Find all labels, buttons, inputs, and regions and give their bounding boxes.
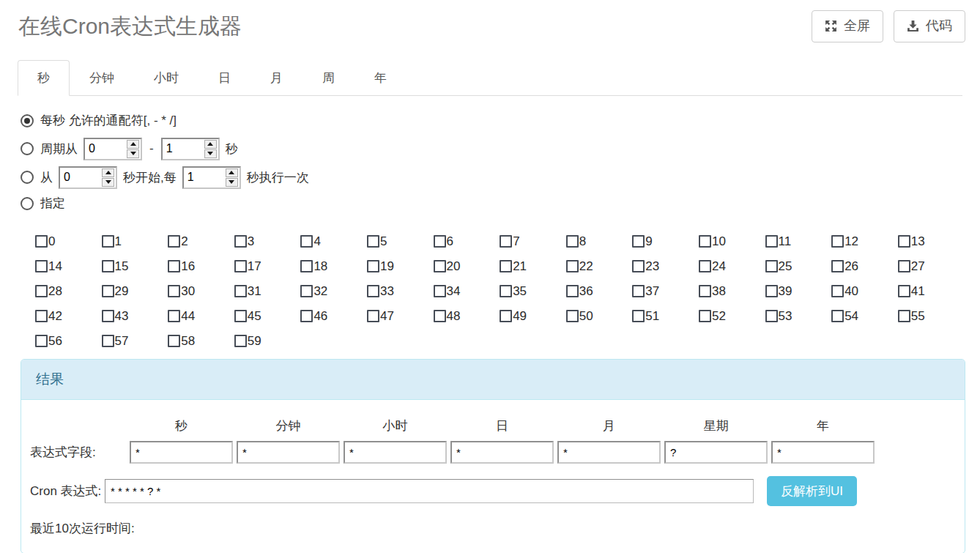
tab-月[interactable]: 月 <box>250 60 302 96</box>
second-checkbox-45[interactable] <box>234 310 247 322</box>
result-field-input-秒[interactable] <box>130 441 233 464</box>
second-checkbox-8[interactable] <box>566 235 579 248</box>
tab-日[interactable]: 日 <box>198 60 250 96</box>
cycle-from-input[interactable] <box>85 142 127 155</box>
second-checkbox-31[interactable] <box>234 285 247 297</box>
second-checkbox-10[interactable] <box>699 235 711 248</box>
second-checkbox-option-11[interactable]: 11 <box>765 234 832 249</box>
second-checkbox-7[interactable] <box>500 235 512 248</box>
result-field-input-小时[interactable] <box>344 441 447 464</box>
fullscreen-button[interactable]: 全屏 <box>812 10 883 42</box>
second-checkbox-option-13[interactable]: 13 <box>898 234 965 249</box>
second-checkbox-42[interactable] <box>35 310 48 322</box>
radio-specify[interactable] <box>21 197 34 210</box>
second-checkbox-3[interactable] <box>234 235 247 248</box>
spin-down-icon[interactable] <box>226 178 238 187</box>
second-checkbox-option-18[interactable]: 18 <box>300 259 367 274</box>
second-checkbox-6[interactable] <box>434 235 446 248</box>
parse-to-ui-button[interactable]: 反解析到UI <box>767 476 857 506</box>
second-checkbox-option-46[interactable]: 46 <box>300 309 367 324</box>
second-checkbox-35[interactable] <box>500 285 512 297</box>
second-checkbox-43[interactable] <box>102 310 114 322</box>
result-field-input-星期[interactable] <box>664 441 768 464</box>
second-checkbox-option-14[interactable]: 14 <box>35 259 102 274</box>
second-checkbox-option-48[interactable]: 48 <box>434 309 500 324</box>
second-checkbox-2[interactable] <box>168 235 180 248</box>
second-checkbox-option-4[interactable]: 4 <box>300 234 367 249</box>
second-checkbox-option-42[interactable]: 42 <box>35 309 102 324</box>
radio-cycle[interactable] <box>21 142 34 155</box>
second-checkbox-option-9[interactable]: 9 <box>632 234 699 249</box>
second-checkbox-option-43[interactable]: 43 <box>102 309 168 324</box>
result-field-input-分钟[interactable] <box>237 441 340 464</box>
second-checkbox-option-24[interactable]: 24 <box>699 259 765 274</box>
second-checkbox-46[interactable] <box>300 310 313 322</box>
second-checkbox-27[interactable] <box>898 260 910 272</box>
second-checkbox-option-29[interactable]: 29 <box>102 284 168 299</box>
second-checkbox-option-17[interactable]: 17 <box>234 259 301 274</box>
second-checkbox-option-45[interactable]: 45 <box>234 309 301 324</box>
result-field-input-月[interactable] <box>557 441 661 464</box>
second-checkbox-57[interactable] <box>102 335 114 347</box>
second-checkbox-34[interactable] <box>434 285 446 297</box>
second-checkbox-12[interactable] <box>831 235 844 248</box>
second-checkbox-option-5[interactable]: 5 <box>367 234 434 249</box>
second-checkbox-option-10[interactable]: 10 <box>699 234 765 249</box>
second-checkbox-option-58[interactable]: 58 <box>168 334 234 349</box>
second-checkbox-option-0[interactable]: 0 <box>35 234 102 249</box>
second-checkbox-4[interactable] <box>300 235 313 248</box>
second-checkbox-17[interactable] <box>234 260 247 272</box>
second-checkbox-20[interactable] <box>434 260 446 272</box>
interval-start-input[interactable] <box>60 171 102 184</box>
code-button[interactable]: 代码 <box>894 10 965 42</box>
second-checkbox-41[interactable] <box>898 285 910 297</box>
second-checkbox-28[interactable] <box>35 285 48 297</box>
second-checkbox-18[interactable] <box>300 260 313 272</box>
tab-周[interactable]: 周 <box>302 60 354 96</box>
second-checkbox-24[interactable] <box>699 260 711 272</box>
second-checkbox-11[interactable] <box>765 235 778 248</box>
second-checkbox-option-31[interactable]: 31 <box>234 284 301 299</box>
second-checkbox-option-36[interactable]: 36 <box>566 284 633 299</box>
second-checkbox-option-7[interactable]: 7 <box>500 234 566 249</box>
second-checkbox-1[interactable] <box>102 235 114 248</box>
second-checkbox-0[interactable] <box>35 235 48 248</box>
second-checkbox-25[interactable] <box>765 260 778 272</box>
second-checkbox-option-41[interactable]: 41 <box>898 284 965 299</box>
spin-down-icon[interactable] <box>127 149 139 158</box>
second-checkbox-39[interactable] <box>765 285 778 297</box>
second-checkbox-54[interactable] <box>831 310 844 322</box>
second-checkbox-59[interactable] <box>234 335 247 347</box>
second-checkbox-option-6[interactable]: 6 <box>434 234 500 249</box>
second-checkbox-option-59[interactable]: 59 <box>234 334 301 349</box>
second-checkbox-38[interactable] <box>699 285 711 297</box>
second-checkbox-option-51[interactable]: 51 <box>632 309 699 324</box>
option-specify[interactable]: 指定 <box>21 195 980 212</box>
second-checkbox-option-37[interactable]: 37 <box>632 284 699 299</box>
second-checkbox-29[interactable] <box>102 285 114 297</box>
second-checkbox-48[interactable] <box>434 310 446 322</box>
cron-expression-input[interactable] <box>105 479 754 503</box>
result-field-input-年[interactable] <box>771 441 875 464</box>
option-cycle[interactable]: 周期从 - 秒 <box>21 138 980 160</box>
cycle-to-input[interactable] <box>163 142 204 155</box>
second-checkbox-49[interactable] <box>500 310 512 322</box>
second-checkbox-option-12[interactable]: 12 <box>831 234 898 249</box>
second-checkbox-option-15[interactable]: 15 <box>102 259 168 274</box>
second-checkbox-5[interactable] <box>367 235 379 248</box>
option-every-second[interactable]: 每秒 允许的通配符[, - * /] <box>21 112 980 130</box>
result-field-input-日[interactable] <box>450 441 554 464</box>
spin-up-icon[interactable] <box>102 168 114 177</box>
second-checkbox-option-38[interactable]: 38 <box>699 284 765 299</box>
tab-小时[interactable]: 小时 <box>134 60 198 96</box>
second-checkbox-22[interactable] <box>566 260 579 272</box>
second-checkbox-14[interactable] <box>35 260 48 272</box>
spin-up-icon[interactable] <box>204 140 217 149</box>
second-checkbox-44[interactable] <box>168 310 180 322</box>
second-checkbox-option-23[interactable]: 23 <box>632 259 699 274</box>
second-checkbox-option-2[interactable]: 2 <box>168 234 234 249</box>
spin-down-icon[interactable] <box>102 178 114 187</box>
second-checkbox-15[interactable] <box>102 260 114 272</box>
second-checkbox-option-34[interactable]: 34 <box>434 284 500 299</box>
second-checkbox-23[interactable] <box>632 260 645 272</box>
